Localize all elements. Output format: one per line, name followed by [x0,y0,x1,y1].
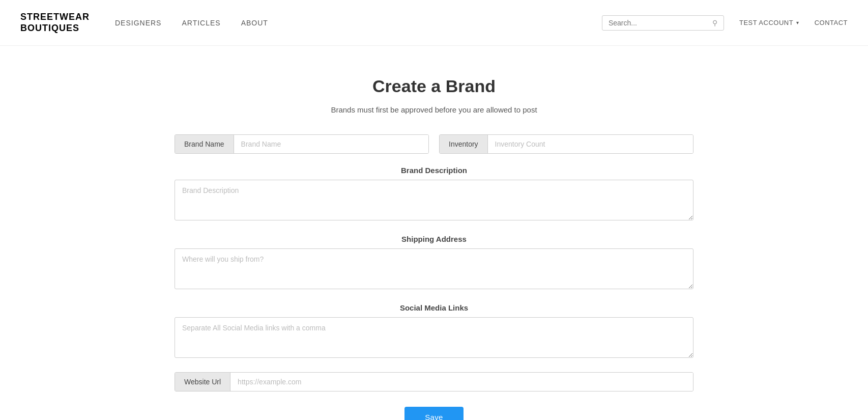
nav-designers[interactable]: DESIGNERS [115,19,161,27]
inventory-group: Inventory [439,134,693,154]
brand-name-group: Brand Name [175,134,429,154]
brand-description-input[interactable] [175,180,693,220]
nav-about[interactable]: ABOUT [241,19,268,27]
brand-description-group: Brand Description [175,166,693,222]
website-url-group: Website Url [175,372,693,391]
search-input[interactable] [609,19,712,27]
logo[interactable]: STREETWEAR BOUTIQUES [20,12,90,34]
social-media-label: Social Media Links [175,303,693,312]
website-url-row: Website Url [175,372,693,391]
search-icon: ⚲ [712,19,717,27]
brand-inventory-row: Brand Name Inventory [175,134,693,154]
contact-link[interactable]: CONTACT [815,19,848,26]
nav-right: ⚲ TEST ACCOUNT ▾ CONTACT [602,15,848,31]
shipping-address-input[interactable] [175,248,693,289]
page-subtitle: Brands must first be approved before you… [175,105,693,114]
inventory-input[interactable] [488,135,693,153]
save-button[interactable]: Save [404,407,463,420]
page-title: Create a Brand [175,76,693,96]
social-media-input[interactable] [175,317,693,358]
social-media-group: Social Media Links [175,303,693,360]
nav-links: DESIGNERS ARTICLES ABOUT [115,19,602,27]
brand-name-label: Brand Name [175,135,234,153]
account-label: TEST ACCOUNT [739,19,793,26]
inventory-label: Inventory [440,135,488,153]
shipping-address-label: Shipping Address [175,235,693,243]
chevron-down-icon: ▾ [796,20,799,25]
shipping-address-group: Shipping Address [175,235,693,291]
website-url-input[interactable] [230,373,693,391]
brand-description-label: Brand Description [175,166,693,175]
nav-articles[interactable]: ARTICLES [182,19,220,27]
brand-name-input[interactable] [234,135,428,153]
website-url-label: Website Url [175,373,230,391]
account-menu[interactable]: TEST ACCOUNT ▾ [739,19,799,26]
navbar: STREETWEAR BOUTIQUES DESIGNERS ARTICLES … [0,0,868,46]
page-content: Create a Brand Brands must first be appr… [164,46,704,420]
search-box[interactable]: ⚲ [602,15,724,31]
